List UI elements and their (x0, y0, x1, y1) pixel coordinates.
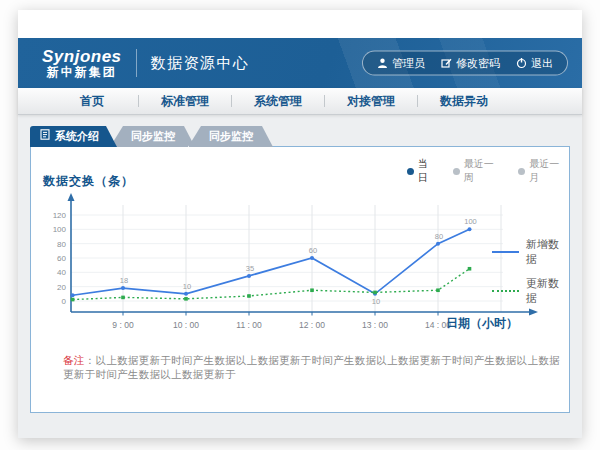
change-password-button[interactable]: 修改密码 (441, 56, 500, 71)
logo-text-en: Synjones (42, 48, 122, 66)
x-axis-title: 日期（小时） (446, 315, 518, 332)
data-point-marker (310, 256, 314, 260)
admin-user-button[interactable]: 管理员 (377, 56, 425, 71)
series-line-0 (73, 229, 470, 295)
app-window: Synjones 新中新集团 数据资源中心 管理员 修改密码 (18, 10, 582, 438)
data-point-label: 60 (309, 246, 317, 255)
y-tick-label: 80 (57, 240, 66, 249)
nav-item-interface-mgmt[interactable]: 对接管理 (325, 93, 417, 110)
logo-text-cn: 新中新集团 (42, 66, 122, 79)
data-point-marker (436, 242, 440, 246)
header-divider (136, 49, 137, 77)
user-menu: 管理员 修改密码 退出 (362, 51, 568, 76)
data-point-label: 10 (183, 282, 191, 291)
main-nav: 首页 标准管理 系统管理 对接管理 数据异动 (18, 88, 582, 115)
time-range-filter: 当日 最近一周 最近一月 (407, 157, 569, 185)
power-icon (516, 58, 527, 69)
data-point-marker (71, 293, 75, 297)
edit-icon (441, 58, 452, 69)
data-point-label: 18 (120, 276, 128, 285)
tab-sync-monitor-1[interactable]: 同步监控 (110, 126, 195, 147)
data-point-marker (373, 291, 377, 295)
data-point-marker (121, 286, 125, 290)
logout-button[interactable]: 退出 (516, 56, 553, 71)
data-point-marker (247, 274, 251, 278)
dotted-line-icon (492, 290, 519, 292)
legend-label: 新增数据 (526, 237, 569, 267)
x-tick-label: 11 : 00 (236, 320, 262, 330)
data-point-label: 80 (435, 232, 443, 241)
solid-line-icon (492, 251, 519, 253)
range-option-last-month[interactable]: 最近一月 (518, 157, 569, 185)
nav-item-home[interactable]: 首页 (46, 93, 138, 110)
nav-item-system-mgmt[interactable]: 系统管理 (232, 93, 324, 110)
tab-label: 系统介绍 (55, 126, 99, 147)
logout-label: 退出 (531, 56, 553, 71)
data-point-marker (184, 292, 188, 296)
legend-item-new-data[interactable]: 新增数据 (492, 237, 569, 267)
range-option-label: 最近一月 (529, 157, 569, 185)
nav-item-standard-mgmt[interactable]: 标准管理 (139, 93, 231, 110)
data-point-label: 10 (372, 297, 380, 306)
x-tick-label: 13 : 00 (362, 320, 388, 330)
y-axis-arrow-icon (68, 193, 75, 201)
x-tick-label: 9 : 00 (112, 320, 134, 330)
change-password-label: 修改密码 (456, 56, 500, 71)
data-point-label: 35 (246, 264, 254, 273)
app-header: Synjones 新中新集团 数据资源中心 管理员 修改密码 (18, 38, 582, 88)
data-point-marker (247, 294, 251, 298)
y-axis-title: 数据交换（条） (43, 173, 134, 190)
radio-dot-icon (518, 168, 525, 175)
admin-user-label: 管理员 (392, 56, 425, 71)
tab-system-intro[interactable]: 系统介绍 (30, 126, 117, 147)
document-icon (40, 126, 50, 147)
data-point-marker (121, 296, 125, 300)
series-line-1 (73, 269, 470, 300)
y-tick-label: 40 (57, 268, 66, 277)
range-option-label: 最近一周 (464, 157, 504, 185)
y-tick-label: 60 (57, 254, 66, 263)
data-point-marker (436, 288, 440, 292)
data-point-marker (184, 297, 188, 301)
tab-sync-monitor-2[interactable]: 同步监控 (188, 126, 273, 147)
radio-dot-icon (407, 168, 414, 175)
footnote: 备注：以上数据更新于时间产生数据以上数据更新于时间产生数据以上数据更新于时间产生… (63, 354, 569, 382)
y-tick-label: 100 (53, 225, 67, 234)
app-title: 数据资源中心 (151, 54, 250, 73)
data-point-marker (71, 298, 75, 302)
content-area: 系统介绍 同步监控 同步监控 当日 最近一周 最近一月 数据交换 (18, 115, 582, 438)
data-point-label: 100 (464, 217, 477, 226)
range-option-last-week[interactable]: 最近一周 (453, 157, 504, 185)
y-tick-label: 0 (62, 297, 67, 306)
chart-panel: 当日 最近一周 最近一月 数据交换（条） 0204060801001209 : … (30, 146, 570, 413)
y-tick-label: 120 (53, 211, 67, 220)
chart-legend: 新增数据 更新数据 (492, 237, 569, 315)
radio-dot-icon (453, 168, 460, 175)
user-icon (377, 58, 388, 69)
x-tick-label: 12 : 00 (299, 320, 325, 330)
data-point-marker (468, 267, 472, 271)
data-point-marker (468, 227, 472, 231)
top-strip (18, 10, 582, 38)
legend-item-updated-data[interactable]: 更新数据 (492, 276, 569, 306)
data-point-marker (310, 288, 314, 292)
legend-label: 更新数据 (526, 276, 569, 306)
company-logo: Synjones 新中新集团 (42, 48, 122, 78)
footnote-text: ：以上数据更新于时间产生数据以上数据更新于时间产生数据以上数据更新于时间产生数据… (63, 354, 560, 380)
footnote-label: 备注 (63, 354, 85, 366)
range-option-today[interactable]: 当日 (407, 157, 438, 185)
nav-item-data-change[interactable]: 数据异动 (418, 93, 510, 110)
tab-bar: 系统介绍 同步监控 同步监控 (30, 126, 273, 147)
range-option-label: 当日 (418, 157, 438, 185)
y-tick-label: 20 (57, 283, 66, 292)
x-tick-label: 10 : 00 (173, 320, 199, 330)
